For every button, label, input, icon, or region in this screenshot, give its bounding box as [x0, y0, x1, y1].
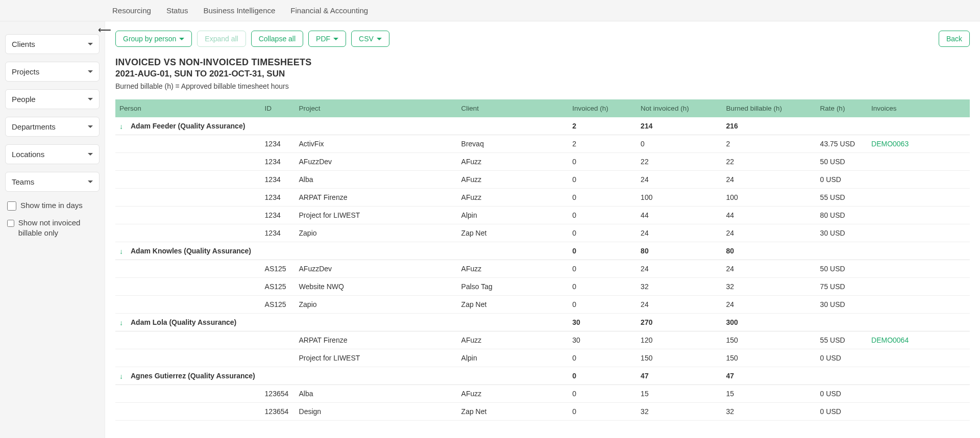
cell-project: AFuzzDev — [295, 260, 457, 278]
checkbox-label[interactable]: Show not invoiced billable only — [18, 218, 97, 238]
cell-project: Design — [295, 403, 457, 421]
cell-project: Project for LIWEST — [295, 207, 457, 224]
pdf-button[interactable]: PDF — [308, 31, 346, 47]
group-row[interactable]: ↓Agnes Gutierrez (Quality Assurance)0474… — [115, 367, 970, 385]
cell-rate: 30 USD — [816, 296, 867, 314]
nav-financial-accounting[interactable]: Financial & Accounting — [290, 6, 368, 15]
col-project[interactable]: Project — [295, 99, 457, 117]
cell-client: Alpin — [457, 207, 569, 224]
filter-people[interactable]: People — [5, 89, 100, 109]
checkbox-label[interactable]: Show time in days — [20, 200, 83, 211]
table-row: 123654DesignZap Net032320 USD — [115, 403, 970, 421]
table-row: 1234ActivFixBrevaq20243.75 USDDEMO0063 — [115, 135, 970, 153]
cell-invoice — [867, 171, 970, 189]
cell-rate: 50 USD — [816, 260, 867, 278]
button-label: PDF — [316, 35, 330, 43]
nav-status[interactable]: Status — [166, 6, 188, 15]
group-row[interactable]: ↓Adam Lola (Quality Assurance)30270300 — [115, 314, 970, 331]
expand-all-button[interactable]: Expand all — [197, 31, 246, 47]
cell-burned: 24 — [722, 260, 816, 278]
cell-burned: 150 — [722, 331, 816, 349]
collapse-icon[interactable]: ↓ — [119, 247, 126, 255]
toolbar: Group by person Expand all Collapse all … — [115, 31, 970, 47]
cell-invoice — [867, 385, 970, 403]
filter-teams[interactable]: Teams — [5, 172, 100, 192]
cell-not-invoiced: 120 — [636, 331, 722, 349]
collapse-sidebar-icon[interactable]: ⟵ — [98, 24, 111, 36]
table-row: AS125Website NWQPalso Tag0323275 USD — [115, 278, 970, 296]
col-invoiced[interactable]: Invoiced (h) — [568, 99, 636, 117]
cell-id: 1234 — [261, 171, 295, 189]
collapse-icon[interactable]: ↓ — [119, 372, 126, 380]
filter-label: People — [12, 95, 36, 104]
cell-not-invoiced: 15 — [636, 385, 722, 403]
filter-projects[interactable]: Projects — [5, 62, 100, 82]
back-button[interactable]: Back — [939, 31, 970, 47]
report-table: Person ID Project Client Invoiced (h) No… — [115, 99, 970, 421]
invoice-link[interactable]: DEMO0064 — [871, 336, 909, 344]
cell-rate: 55 USD — [816, 331, 867, 349]
cell-client: Zap Net — [457, 296, 569, 314]
cell-rate: 30 USD — [816, 224, 867, 242]
cell-client: Zap Net — [457, 403, 569, 421]
cell-invoiced: 0 — [568, 153, 636, 171]
cell-invoice — [867, 260, 970, 278]
button-label: Collapse all — [259, 35, 296, 43]
table-row: AS125ZapioZap Net0242430 USD — [115, 296, 970, 314]
col-not-invoiced[interactable]: Not invoiced (h) — [636, 99, 722, 117]
table-row: 1234ZapioZap Net0242430 USD — [115, 224, 970, 242]
cell-client: AFuzz — [457, 385, 569, 403]
cell-invoice — [867, 189, 970, 207]
cell-not-invoiced: 150 — [636, 349, 722, 367]
nav-business-intelligence[interactable]: Business Intelligence — [203, 6, 275, 15]
cell-project: Zapio — [295, 296, 457, 314]
cell-not-invoiced: 24 — [636, 171, 722, 189]
group-row[interactable]: ↓Adam Feeder (Quality Assurance)2214216 — [115, 117, 970, 135]
group-invoiced: 0 — [568, 367, 636, 385]
cell-client: AFuzz — [457, 331, 569, 349]
cell-id: 123654 — [261, 403, 295, 421]
table-row: 1234AlbaAFuzz024240 USD — [115, 171, 970, 189]
nav-resourcing[interactable]: Resourcing — [112, 6, 151, 15]
group-not-invoiced: 214 — [636, 117, 722, 135]
cell-burned: 100 — [722, 189, 816, 207]
show-not-invoiced-billable-only-checkbox[interactable] — [7, 219, 14, 228]
invoice-link[interactable]: DEMO0063 — [871, 140, 909, 148]
filter-locations[interactable]: Locations — [5, 144, 100, 164]
cell-rate: 55 USD — [816, 189, 867, 207]
chevron-down-icon — [88, 98, 93, 100]
cell-burned: 44 — [722, 207, 816, 224]
cell-invoiced: 0 — [568, 171, 636, 189]
csv-button[interactable]: CSV — [351, 31, 389, 47]
cell-burned: 32 — [722, 278, 816, 296]
cell-invoiced: 0 — [568, 260, 636, 278]
cell-project: ARPAT Firenze — [295, 331, 457, 349]
collapse-icon[interactable]: ↓ — [119, 122, 126, 131]
button-label: Expand all — [205, 35, 238, 43]
cell-rate: 43.75 USD — [816, 135, 867, 153]
col-rate[interactable]: Rate (h) — [816, 99, 867, 117]
collapse-icon[interactable]: ↓ — [119, 319, 126, 327]
chevron-down-icon — [88, 70, 93, 73]
chevron-down-icon — [88, 153, 93, 156]
group-row[interactable]: ↓Adam Knowles (Quality Assurance)08080 — [115, 242, 970, 260]
collapse-all-button[interactable]: Collapse all — [251, 31, 303, 47]
filter-clients[interactable]: Clients — [5, 34, 100, 54]
cell-invoice: DEMO0063 — [867, 135, 970, 153]
col-client[interactable]: Client — [457, 99, 569, 117]
cell-rate: 80 USD — [816, 207, 867, 224]
chevron-down-icon — [88, 181, 93, 183]
show-time-in-days-checkbox[interactable] — [7, 201, 16, 211]
cell-burned: 150 — [722, 349, 816, 367]
col-id[interactable]: ID — [261, 99, 295, 117]
cell-client: AFuzz — [457, 153, 569, 171]
col-person[interactable]: Person — [115, 99, 261, 117]
cell-not-invoiced: 24 — [636, 224, 722, 242]
cell-invoiced: 30 — [568, 331, 636, 349]
group-by-button[interactable]: Group by person — [115, 31, 192, 47]
col-invoices[interactable]: Invoices — [867, 99, 970, 117]
col-burned[interactable]: Burned billable (h) — [722, 99, 816, 117]
filter-departments[interactable]: Departments — [5, 117, 100, 137]
top-nav: Resourcing Status Business Intelligence … — [0, 0, 980, 21]
cell-id: 1234 — [261, 135, 295, 153]
